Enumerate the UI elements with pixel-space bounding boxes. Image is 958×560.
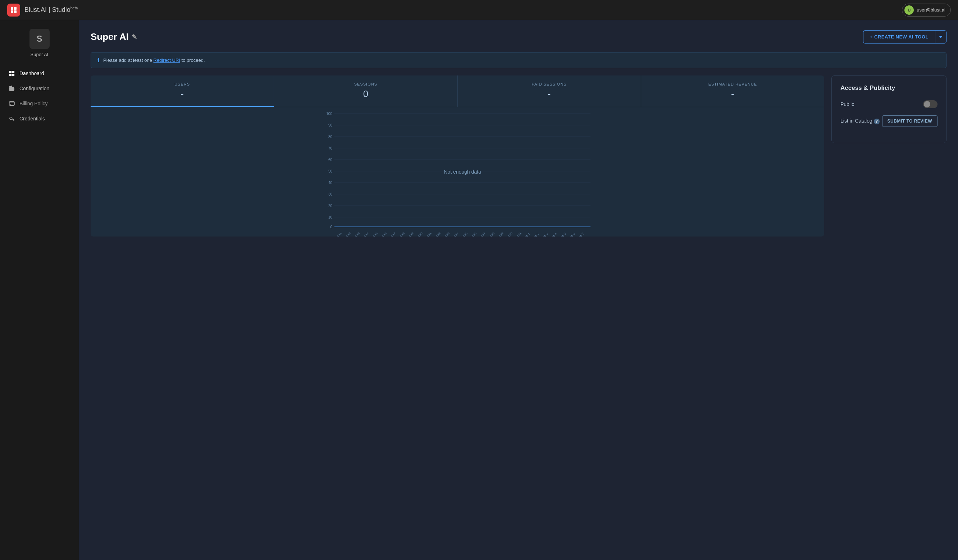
svg-text:100: 100 [326,112,332,116]
svg-rect-9 [10,102,14,106]
svg-line-14 [13,119,14,120]
layout: S Super AI Dashboard [0,20,958,560]
brand-separator: | [47,6,52,13]
user-menu[interactable]: U user@blust.ai [902,3,951,17]
svg-line-13 [12,119,14,121]
stat-revenue-label: ESTIMATED REVENUE [649,82,817,86]
sidebar-item-dashboard[interactable]: Dashboard [0,66,79,81]
stats-row: USERS - SESSIONS 0 PAID SESSIONS - ESTIM… [90,76,824,107]
svg-text:30: 30 [328,192,333,196]
stat-users-label: USERS [98,82,266,86]
svg-text:10: 10 [328,215,333,219]
svg-rect-11 [10,104,11,104]
topnav: Blust.AI | Studiobeta U user@blust.ai [0,0,958,20]
stat-sessions-label: SESSIONS [281,82,450,86]
toggle-knob [924,101,930,108]
svg-rect-1 [14,7,17,10]
access-card-title: Access & Publicity [841,84,937,92]
info-banner: ℹ Please add at least one Redirect URI t… [90,52,947,68]
catalog-label: List in Catalog? [841,118,880,124]
svg-rect-7 [12,74,14,76]
stat-users[interactable]: USERS - [90,76,274,107]
create-btn-group: + CREATE NEW AI TOOL [863,30,947,43]
stat-sessions-value: 0 [281,89,450,100]
key-icon [9,115,15,122]
chart-card: USERS - SESSIONS 0 PAID SESSIONS - ESTIM… [90,76,824,237]
stat-sessions[interactable]: SESSIONS 0 [274,76,457,107]
svg-rect-2 [11,10,13,13]
content-row: USERS - SESSIONS 0 PAID SESSIONS - ESTIM… [90,76,947,237]
create-dropdown-button[interactable] [935,30,947,43]
no-data-text: Not enough data [444,169,481,175]
topnav-brand-group: Blust.AI | Studiobeta [7,3,78,17]
public-toggle[interactable] [923,100,937,108]
page-title: Super AI [90,31,129,43]
gear-icon [9,85,15,92]
sidebar-item-label-dashboard: Dashboard [19,70,44,76]
svg-text:90: 90 [328,123,333,127]
stat-revenue-value: - [649,89,817,100]
public-label: Public [841,101,854,107]
svg-text:50: 50 [328,169,333,173]
svg-rect-5 [12,71,14,73]
brand-studio: Studio [52,6,70,13]
svg-point-12 [10,117,12,120]
svg-text:40: 40 [328,181,333,185]
logo-box [7,3,20,17]
stat-paid-sessions[interactable]: PAID SESSIONS - [458,76,641,107]
main-header: Super AI ✎ + CREATE NEW AI TOOL [90,30,947,43]
sidebar-item-credentials[interactable]: Credentials [0,111,79,126]
create-new-ai-tool-button[interactable]: + CREATE NEW AI TOOL [863,30,935,43]
stat-users-value: - [98,89,266,100]
sidebar-item-configuration[interactable]: Configuration [0,81,79,96]
svg-rect-3 [14,10,17,13]
sidebar-nav: Dashboard Configuration [0,66,79,126]
access-card: Access & Publicity Public List in Catalo… [831,76,947,143]
brand-beta: beta [70,6,78,10]
catalog-row: List in Catalog? SUBMIT TO REVIEW [841,115,937,127]
user-email: user@blust.ai [917,7,945,13]
info-text: Please add at least one Redirect URI to … [103,57,205,63]
svg-rect-4 [10,71,11,73]
submit-to-review-button[interactable]: SUBMIT TO REVIEW [882,115,937,127]
svg-text:70: 70 [328,146,333,150]
svg-text:80: 80 [328,135,333,139]
svg-rect-0 [11,7,13,10]
chart-wrapper: 100 90 80 70 60 50 40 30 20 10 0 [90,107,824,237]
chevron-down-icon [939,36,942,38]
brand-blust-ai: Blust.AI [24,6,47,13]
sidebar-item-billing[interactable]: Billing Policy [0,96,79,111]
stat-revenue[interactable]: ESTIMATED REVENUE - [641,76,824,107]
grid-icon [9,70,15,77]
chart-svg: 100 90 80 70 60 50 40 30 20 10 0 [90,107,824,237]
public-row: Public [841,100,937,108]
sidebar-item-label-billing: Billing Policy [19,101,48,106]
sidebar-app-name: Super AI [30,52,49,57]
sidebar: S Super AI Dashboard [0,20,79,560]
svg-text:60: 60 [328,158,333,162]
redirect-uri-link[interactable]: Redirect URI [154,57,180,63]
stat-paid-sessions-label: PAID SESSIONS [465,82,634,86]
page-title-group: Super AI ✎ [90,31,137,43]
svg-text:0: 0 [330,225,332,229]
edit-icon[interactable]: ✎ [132,33,137,41]
sidebar-item-label-configuration: Configuration [19,85,49,91]
billing-icon [9,100,15,107]
svg-text:20: 20 [328,204,333,208]
brand-name: Blust.AI | Studiobeta [24,6,78,14]
stat-paid-sessions-value: - [465,89,634,100]
logo-icon [10,6,17,14]
svg-rect-6 [10,74,11,76]
catalog-help-icon[interactable]: ? [874,119,880,124]
info-icon: ℹ [97,57,100,63]
main-content: Super AI ✎ + CREATE NEW AI TOOL ℹ Please… [79,20,958,560]
sidebar-item-label-credentials: Credentials [19,116,45,122]
user-avatar: U [904,5,914,15]
sidebar-app-avatar: S [30,29,50,49]
